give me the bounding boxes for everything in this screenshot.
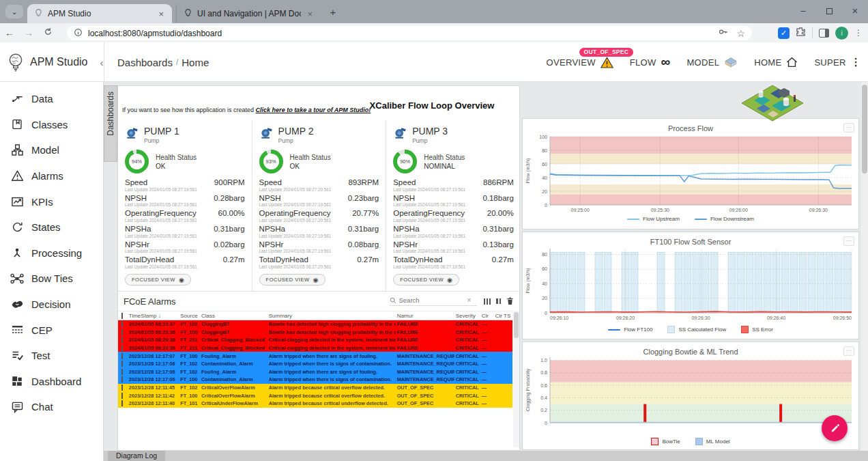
out-of-spec-badge: OUT_OF_SPEC: [579, 48, 634, 57]
sidebar-item-classes[interactable]: Classes: [0, 112, 103, 138]
dashboard-left-block: If you want to see how this application …: [117, 85, 520, 451]
pump-metric: NPSHa0.31barg Last Update 2024/01/05 08:…: [125, 225, 245, 238]
back-button[interactable]: ←: [0, 27, 19, 38]
nav-overview[interactable]: OUT_OF_SPEC OVERVIEW: [547, 57, 613, 68]
row-checkbox[interactable]: [121, 345, 123, 351]
browser-menu-icon[interactable]: ⋮: [854, 28, 863, 38]
row-checkbox[interactable]: [121, 376, 123, 382]
password-key-icon[interactable]: [718, 27, 728, 40]
tab-close-icon[interactable]: ×: [306, 9, 314, 19]
alarm-row[interactable]: 2023/12/28 12:11:40 FT_101 CriticalUnder…: [118, 400, 512, 408]
extension-check-icon[interactable]: ✓: [778, 27, 790, 39]
legend-item[interactable]: SS Error: [741, 326, 773, 333]
row-checkbox[interactable]: [121, 361, 123, 367]
alarm-row[interactable]: 2024/01/05 08:23:36 FT_211 Critical_Clog…: [118, 336, 512, 344]
focused-view-button[interactable]: FOCUSED VIEW ◉: [125, 274, 191, 285]
alarms-scrollbar[interactable]: [513, 311, 519, 447]
alarm-row[interactable]: 2023/12/28 12:17:00 FT_100 Contamination…: [118, 376, 512, 384]
row-checkbox[interactable]: [121, 337, 123, 343]
nav-flow[interactable]: FLOW ∞: [630, 57, 671, 68]
sidebar-item-test[interactable]: Test: [0, 343, 103, 369]
alarm-row[interactable]: 2023/12/28 12:17:06 FT_102 Contamination…: [118, 360, 512, 368]
profile-avatar[interactable]: i: [835, 27, 848, 40]
diagram-log-tab[interactable]: Diagram Log: [108, 451, 165, 461]
window-minimize-button[interactable]: –: [790, 0, 816, 23]
browser-tab-docs[interactable]: UI and Navigation | APM Docu ×: [176, 4, 321, 23]
sidebar-item-decision[interactable]: Decision: [0, 292, 103, 318]
sidebar-item-processing[interactable]: Processing: [0, 240, 103, 266]
pump-card-3: PUMP 3 Pump 90% Health Status NOMINAL Sp…: [386, 120, 521, 291]
legend-swatch: [695, 438, 703, 445]
alarm-row[interactable]: 2023/12/28 12:11:45 FT_102 CriticalOverF…: [118, 384, 512, 392]
tab-close-icon[interactable]: ×: [157, 9, 165, 19]
alarm-row[interactable]: 2024/01/05 08:23:37 FT_102 CloggingBT Bo…: [118, 320, 512, 329]
sidebar-item-dashboard[interactable]: Dashboard: [0, 369, 103, 395]
legend-item[interactable]: ML Model: [695, 438, 730, 445]
sidebar-item-alarms[interactable]: Alarms: [0, 163, 103, 189]
tab-search-button[interactable]: ⌄: [5, 5, 23, 18]
browser-tab-apm-studio[interactable]: APM Studio ×: [27, 4, 172, 23]
search-clear-icon[interactable]: ×: [467, 296, 472, 304]
focused-view-button[interactable]: FOCUSED VIEW ◉: [393, 274, 459, 285]
sidebar-item-bow-ties[interactable]: Bow Ties: [0, 266, 103, 292]
site-info-icon[interactable]: [74, 27, 83, 40]
sidebar-item-chat[interactable]: Chat: [0, 394, 103, 420]
legend-item[interactable]: SS Calculated Flow: [667, 326, 726, 333]
svg-text:20: 20: [542, 296, 547, 301]
select-all-checkbox[interactable]: [121, 313, 123, 319]
legend-item[interactable]: Flow Upstream: [627, 216, 680, 222]
nav-model[interactable]: MODEL: [686, 57, 738, 68]
edit-fab-button[interactable]: [822, 415, 848, 441]
extensions-puzzle-icon[interactable]: [796, 27, 806, 40]
main-scrollbar[interactable]: [861, 82, 868, 451]
new-tab-button[interactable]: +: [326, 5, 340, 19]
side-panel-icon[interactable]: [819, 29, 829, 38]
alarm-row[interactable]: 2024/01/05 08:23:36 FT_100 CloggingBT Bo…: [118, 329, 512, 337]
window-maximize-button[interactable]: [816, 0, 842, 23]
svg-text:09:26:40: 09:26:40: [767, 316, 785, 320]
sidebar-item-model[interactable]: Model: [0, 137, 103, 163]
legend-item[interactable]: Flow FT100: [608, 326, 652, 333]
forward-button[interactable]: →: [19, 27, 38, 38]
url-bar[interactable]: localhost:8080/apmstudio/dashboard ☆: [67, 26, 752, 40]
url-text[interactable]: localhost:8080/apmstudio/dashboard: [88, 29, 718, 38]
reload-button[interactable]: [38, 27, 57, 38]
search-input[interactable]: [399, 296, 465, 304]
legend-item[interactable]: Flow Downstream: [695, 216, 754, 222]
alarms-title: FCoE Alarms: [124, 296, 390, 307]
row-checkbox[interactable]: [121, 385, 123, 391]
row-checkbox[interactable]: [121, 329, 123, 335]
row-checkbox[interactable]: [121, 369, 123, 375]
soft-sensor-panel: FT100 Flow Soft Sensor ⋯ 02040608009:26:…: [522, 232, 859, 339]
alarm-row[interactable]: 2024/01/05 08:23:36 FT_221 Critical_Clog…: [118, 344, 512, 352]
breadcrumb-section[interactable]: Dashboards: [117, 57, 173, 68]
sidebar-item-cep[interactable]: CEP: [0, 317, 103, 343]
app-brand[interactable]: APM Studio ‹: [7, 42, 103, 82]
focused-view-button[interactable]: FOCUSED VIEW ◉: [259, 274, 326, 285]
columns-icon[interactable]: [484, 298, 491, 305]
window-close-button[interactable]: ×: [842, 0, 868, 23]
legend-item[interactable]: BowTie: [651, 438, 680, 445]
sidebar-collapse-icon[interactable]: ‹: [100, 57, 103, 68]
alarm-row[interactable]: 2023/12/28 12:17:06 FT_102 Fouling_Alarm…: [118, 368, 512, 376]
nav-super[interactable]: SUPER ⋮: [814, 56, 861, 68]
nav-home[interactable]: HOME: [754, 57, 798, 68]
dashboards-vertical-tab[interactable]: Dashboards: [104, 85, 117, 162]
alarm-row[interactable]: 2023/12/28 12:17:07 FT_100 Fouling_Alarm…: [118, 352, 512, 360]
svg-text:Clogging Probability: Clogging Probability: [525, 368, 531, 411]
sidebar-item-data[interactable]: Data: [0, 86, 103, 112]
row-checkbox[interactable]: [121, 400, 123, 406]
row-checkbox[interactable]: [121, 353, 123, 359]
process-flow-panel: Process Flow ⋯ 02040608010009:25:0009:25…: [522, 118, 859, 229]
pause-icon[interactable]: [496, 298, 501, 304]
row-checkbox[interactable]: [121, 321, 123, 327]
alarm-row[interactable]: 2023/12/28 12:11:42 FT_100 CriticalOverF…: [118, 391, 512, 400]
svg-text:09:25:30: 09:25:30: [651, 208, 669, 212]
svg-text:20: 20: [542, 189, 547, 194]
sidebar-item-states[interactable]: States: [0, 214, 103, 240]
trash-icon[interactable]: [506, 297, 514, 305]
alarms-search[interactable]: ×: [390, 296, 477, 306]
bookmark-star-icon[interactable]: ☆: [736, 28, 745, 39]
row-checkbox[interactable]: [121, 393, 123, 399]
sidebar-item-kpis[interactable]: KPIs: [0, 188, 103, 214]
